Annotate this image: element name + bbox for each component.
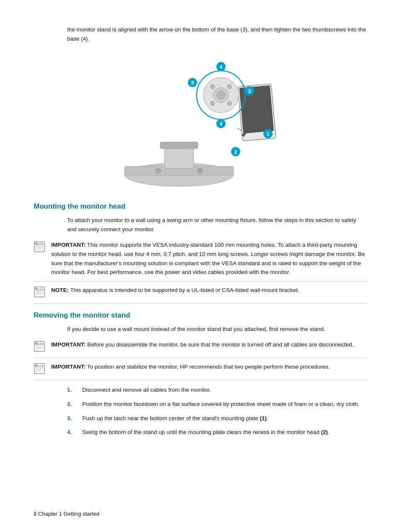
section1-note-text: NOTE: This apparatus is intended to be s… <box>51 286 299 295</box>
section1-body: To attach your monitor to a wall using a… <box>67 216 366 234</box>
svg-rect-3 <box>160 142 198 149</box>
section2-important2: NOTE IMPORTANT: To position and stabiliz… <box>34 362 366 380</box>
section1-important-text: IMPORTANT: This monitor supports the VES… <box>51 240 366 276</box>
section2-important1: NOTE IMPORTANT: Before you disassemble t… <box>34 340 366 358</box>
step-1: 1. Disconnect and remove all cables from… <box>67 385 366 395</box>
diagram-container: 1 4 3 <box>34 53 366 187</box>
svg-point-15 <box>227 85 231 89</box>
step-4-num: 4. <box>67 428 79 437</box>
step-1-text: Disconnect and remove all cables from th… <box>82 385 211 395</box>
svg-point-5 <box>197 168 203 173</box>
svg-point-4 <box>156 168 161 173</box>
svg-point-37 <box>35 243 37 244</box>
section1: Mounting the monitor head To attach your… <box>34 202 366 304</box>
important-icon-3: NOTE <box>34 363 47 376</box>
section2-important2-text: IMPORTANT: To position and stabilize the… <box>51 362 330 372</box>
step-2-text: Position the monitor facedown on a flat … <box>82 400 359 409</box>
footer-page-num: 8 <box>34 511 36 517</box>
step-2-num: 2. <box>67 400 79 409</box>
section1-heading: Mounting the monitor head <box>34 202 366 211</box>
section2-heading: Removing the monitor stand <box>34 311 366 320</box>
step-3-num: 3. <box>67 414 79 423</box>
svg-point-55 <box>35 364 37 366</box>
section1-note: NOTE NOTE: This apparatus is intended to… <box>34 286 366 304</box>
assembly-diagram: 1 4 3 <box>112 53 288 187</box>
section2-important1-text: IMPORTANT: Before you disassemble the mo… <box>51 340 353 349</box>
step-3: 3. Push up the latch near the bottom cen… <box>67 414 366 423</box>
svg-point-19 <box>217 91 225 99</box>
note-icon: NOTE <box>34 286 47 299</box>
svg-point-43 <box>35 288 37 289</box>
svg-point-17 <box>227 101 231 106</box>
intro-text: the monitor stand is aligned with the ar… <box>67 25 366 43</box>
step-1-num: 1. <box>67 385 79 395</box>
svg-text:4: 4 <box>220 64 223 70</box>
svg-text:3: 3 <box>191 80 194 86</box>
page: the monitor stand is aligned with the ar… <box>0 0 400 475</box>
section1-important-note: NOTE IMPORTANT: This monitor supports th… <box>34 240 366 281</box>
important-icon: NOTE <box>34 241 47 254</box>
svg-text:4: 4 <box>220 121 223 127</box>
section2: Removing the monitor stand If you decide… <box>34 311 366 437</box>
important-icon-2: NOTE <box>34 341 47 354</box>
svg-point-14 <box>210 85 215 89</box>
footer: 8 Chapter 1 Getting started <box>34 511 99 517</box>
step-4: 4. Swing the bottom of the stand up unti… <box>67 428 366 437</box>
step-3-text: Push up the latch near the bottom center… <box>82 414 268 423</box>
footer-chapter: Chapter 1 Getting started <box>38 511 99 517</box>
section2-body: If you decide to use a wall mount instea… <box>67 325 366 334</box>
step-2: 2. Position the monitor facedown on a fl… <box>67 400 366 409</box>
steps-list: 1. Disconnect and remove all cables from… <box>67 385 366 436</box>
svg-point-49 <box>35 342 37 344</box>
step-4-text: Swing the bottom of the stand up until t… <box>82 428 330 437</box>
svg-point-16 <box>210 101 215 106</box>
svg-text:3: 3 <box>248 88 251 94</box>
svg-text:2: 2 <box>234 149 237 155</box>
